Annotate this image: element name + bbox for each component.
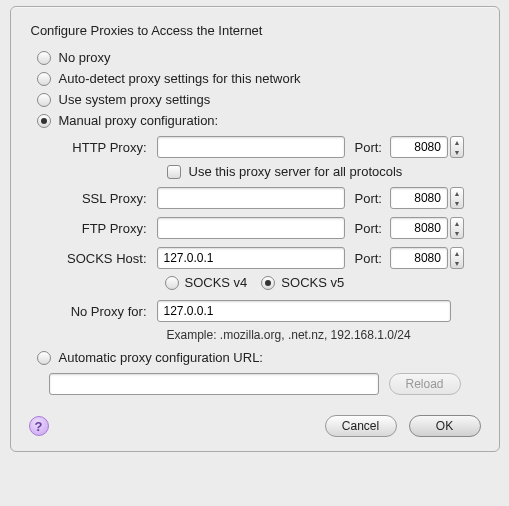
checkbox-icon bbox=[167, 165, 181, 179]
chevron-down-icon: ▼ bbox=[454, 149, 461, 156]
chevron-up-icon: ▲ bbox=[454, 250, 461, 257]
radio-label: Automatic proxy configuration URL: bbox=[59, 350, 263, 365]
radio-label: No proxy bbox=[59, 50, 111, 65]
ssl-proxy-host-input[interactable] bbox=[157, 187, 345, 209]
http-proxy-host-input[interactable] bbox=[157, 136, 345, 158]
radio-row-no-proxy[interactable]: No proxy bbox=[37, 50, 485, 65]
no-proxy-for-label: No Proxy for: bbox=[57, 304, 157, 319]
chevron-up-icon: ▲ bbox=[454, 220, 461, 227]
auto-config-url-row: Reload bbox=[49, 373, 485, 395]
radio-label: Use system proxy settings bbox=[59, 92, 211, 107]
checkbox-label: Use this proxy server for all protocols bbox=[189, 164, 403, 179]
ssl-proxy-port-input[interactable] bbox=[390, 187, 448, 209]
cancel-button[interactable]: Cancel bbox=[325, 415, 397, 437]
no-proxy-for-input[interactable] bbox=[157, 300, 451, 322]
radio-icon bbox=[37, 72, 51, 86]
ftp-proxy-label: FTP Proxy: bbox=[57, 221, 157, 236]
socks-host-input[interactable] bbox=[157, 247, 345, 269]
radio-row-system-proxy[interactable]: Use system proxy settings bbox=[37, 92, 485, 107]
socks-v4-label: SOCKS v4 bbox=[185, 275, 248, 290]
radio-icon bbox=[37, 351, 51, 365]
http-proxy-port-input[interactable] bbox=[390, 136, 448, 158]
use-proxy-all-protocols[interactable]: Use this proxy server for all protocols bbox=[167, 164, 485, 179]
http-port-stepper[interactable]: ▲▼ bbox=[450, 136, 464, 158]
ssl-proxy-label: SSL Proxy: bbox=[57, 191, 157, 206]
port-label: Port: bbox=[345, 251, 390, 266]
chevron-up-icon: ▲ bbox=[454, 190, 461, 197]
auto-config-url-input[interactable] bbox=[49, 373, 379, 395]
socks-host-label: SOCKS Host: bbox=[57, 251, 157, 266]
help-icon[interactable]: ? bbox=[29, 416, 49, 436]
socks-version-group: SOCKS v4 SOCKS v5 bbox=[165, 275, 485, 290]
radio-label: Auto-detect proxy settings for this netw… bbox=[59, 71, 301, 86]
port-label: Port: bbox=[345, 140, 390, 155]
radio-label: Manual proxy configuration: bbox=[59, 113, 219, 128]
no-proxy-example: Example: .mozilla.org, .net.nz, 192.168.… bbox=[167, 328, 485, 342]
port-label: Port: bbox=[345, 191, 390, 206]
chevron-down-icon: ▼ bbox=[454, 230, 461, 237]
socks-v5-label: SOCKS v5 bbox=[281, 275, 344, 290]
radio-icon bbox=[37, 114, 51, 128]
radio-icon bbox=[37, 93, 51, 107]
dialog-footer: ? Cancel OK bbox=[25, 415, 485, 437]
reload-button[interactable]: Reload bbox=[389, 373, 461, 395]
radio-row-manual-proxy[interactable]: Manual proxy configuration: bbox=[37, 113, 485, 128]
radio-socks-v4[interactable] bbox=[165, 276, 179, 290]
socks-port-input[interactable] bbox=[390, 247, 448, 269]
radio-socks-v5[interactable] bbox=[261, 276, 275, 290]
proxy-settings-dialog: Configure Proxies to Access the Internet… bbox=[10, 6, 500, 452]
dialog-title: Configure Proxies to Access the Internet bbox=[31, 23, 485, 38]
http-proxy-label: HTTP Proxy: bbox=[57, 140, 157, 155]
ftp-proxy-host-input[interactable] bbox=[157, 217, 345, 239]
ftp-proxy-port-input[interactable] bbox=[390, 217, 448, 239]
ssl-port-stepper[interactable]: ▲▼ bbox=[450, 187, 464, 209]
chevron-down-icon: ▼ bbox=[454, 200, 461, 207]
manual-proxy-section: HTTP Proxy: Port: ▲▼ Use this proxy serv… bbox=[57, 134, 485, 342]
ftp-port-stepper[interactable]: ▲▼ bbox=[450, 217, 464, 239]
ok-button[interactable]: OK bbox=[409, 415, 481, 437]
chevron-up-icon: ▲ bbox=[454, 139, 461, 146]
chevron-down-icon: ▼ bbox=[454, 260, 461, 267]
socks-port-stepper[interactable]: ▲▼ bbox=[450, 247, 464, 269]
radio-row-auto-detect[interactable]: Auto-detect proxy settings for this netw… bbox=[37, 71, 485, 86]
radio-icon bbox=[37, 51, 51, 65]
radio-row-auto-config-url[interactable]: Automatic proxy configuration URL: bbox=[37, 350, 485, 365]
port-label: Port: bbox=[345, 221, 390, 236]
